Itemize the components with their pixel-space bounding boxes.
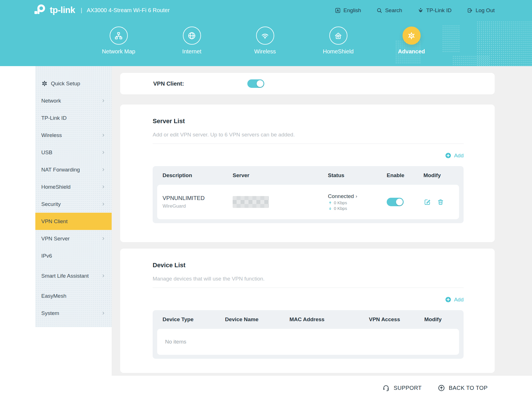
main-nav-tabs: Network MapInternetWirelessHomeShieldAdv… (82, 27, 448, 55)
support-button[interactable]: SUPPORT (382, 384, 421, 392)
server-row: VPNUNLIMITED WireGuard Connected › (157, 185, 459, 219)
column-header: MAC Address (289, 316, 369, 323)
sidebar-item-homeshield[interactable]: HomeShield (35, 178, 112, 195)
server-list-title: Server List (153, 118, 464, 125)
server-protocol: WireGuard (163, 203, 233, 209)
language-icon (335, 7, 341, 14)
toplink-logout[interactable]: Log Out (467, 7, 495, 14)
sidebar-item-smart-life-assistant[interactable]: Smart Life Assistant (35, 264, 112, 287)
sidebar-item-vpn-client[interactable]: VPN Client (35, 213, 112, 230)
toplink-language[interactable]: English (335, 7, 361, 14)
device-table-header: Device TypeDevice NameMAC AddressVPN Acc… (153, 310, 464, 329)
sidebar-item-wireless[interactable]: Wireless (35, 127, 112, 144)
sidebar-item-label: USB (41, 149, 52, 156)
page: tp-link | AX3000 4-Stream Wi-Fi 6 Router… (0, 0, 532, 400)
sidebar-item-security[interactable]: Security (35, 195, 112, 213)
download-rate: 0 Kbps (328, 206, 387, 211)
sidebar-item-quick-setup[interactable]: Quick Setup (35, 75, 112, 92)
sidebar-item-usb[interactable]: USB (35, 144, 112, 161)
server-table-body: VPNUNLIMITED WireGuard Connected › (157, 185, 459, 219)
vpn-client-toggle[interactable] (247, 79, 264, 88)
chevron-right-icon (101, 133, 105, 137)
column-header: Enable (387, 172, 423, 179)
tab-wireless[interactable]: Wireless (228, 27, 302, 55)
vpn-client-toggle-card: VPN Client: (120, 73, 495, 94)
add-server-label: Add (454, 153, 464, 159)
add-icon (445, 152, 451, 159)
router-model-title: AX3000 4-Stream Wi-Fi 6 Router (87, 7, 170, 14)
column-header: Device Type (163, 316, 225, 323)
sidebar-item-label: Network (41, 97, 61, 104)
sidebar-item-network[interactable]: Network (35, 92, 112, 109)
edit-icon[interactable] (423, 198, 431, 206)
column-header: Device Name (225, 316, 289, 323)
toplink-search[interactable]: Search (376, 7, 402, 14)
sidebar-item-system[interactable]: System (35, 305, 112, 322)
chevron-right-icon (101, 99, 105, 103)
tplink-logo-icon (33, 4, 46, 17)
tab-label: Network Map (102, 48, 135, 55)
back-to-top-icon (438, 384, 445, 392)
sidebar-item-easymesh[interactable]: EasyMesh (35, 287, 112, 305)
tab-circle (256, 27, 274, 45)
sidebar-item-label: EasyMesh (41, 293, 66, 299)
tab-internet[interactable]: Internet (155, 27, 228, 55)
download-arrow-icon (328, 206, 332, 211)
sidebar-item-nat-forwarding[interactable]: NAT Forwarding (35, 161, 112, 178)
device-list-subtitle: Manage devices that will use the VPN fun… (153, 276, 464, 282)
back-to-top-label: BACK TO TOP (449, 385, 488, 391)
upload-rate: 0 Kbps (328, 200, 387, 205)
column-header: Description (163, 172, 233, 179)
upload-rate-value: 0 Kbps (334, 200, 347, 205)
server-description: VPNUNLIMITED (163, 195, 233, 201)
toplink-tplink-id[interactable]: TP-Link ID (418, 7, 452, 14)
advanced-icon (407, 31, 416, 40)
support-label: SUPPORT (393, 385, 421, 391)
homeshield-icon (334, 31, 343, 40)
back-to-top-button[interactable]: BACK TO TOP (438, 384, 488, 392)
add-device-button[interactable]: Add (445, 296, 464, 303)
chevron-right-icon (101, 150, 105, 155)
upload-arrow-icon (328, 201, 332, 205)
server-description-cell: VPNUNLIMITED WireGuard (163, 195, 233, 209)
chevron-right-icon (101, 168, 105, 172)
sidebar-item-label: HomeShield (41, 184, 71, 190)
server-status-cell: Connected › 0 Kbps 0 Kbps (328, 185, 387, 219)
main-content: VPN Client: Server List Add or edit VPN … (112, 66, 532, 376)
chevron-right-small: › (356, 194, 357, 199)
tab-circle (403, 27, 421, 45)
sidebar-item-tplink-id[interactable]: TP-Link ID (35, 109, 112, 127)
column-header: Server (233, 172, 328, 179)
sidebar-item-label: TP-Link ID (41, 115, 67, 121)
sidebar-item-label: Quick Setup (51, 80, 80, 87)
sidebar-item-label: IPv6 (41, 253, 52, 259)
add-server-button[interactable]: Add (445, 152, 464, 159)
device-add-row: Add (153, 296, 464, 303)
top-links: EnglishSearchTP-Link IDLog Out (335, 0, 495, 21)
tab-network-map[interactable]: Network Map (82, 27, 155, 55)
tab-label: HomeShield (323, 48, 354, 55)
sidebar-item-label: Smart Life Assistant (41, 273, 89, 279)
server-address-redacted (233, 196, 269, 208)
server-list-subtitle: Add or edit VPN server. Up to 6 VPN serv… (153, 132, 464, 138)
quick-setup-icon (41, 80, 48, 87)
divider (153, 144, 464, 144)
chevron-right-icon (101, 274, 105, 278)
tab-advanced[interactable]: Advanced (375, 27, 448, 55)
tab-homeshield[interactable]: HomeShield (302, 27, 375, 55)
server-list-card: Server List Add or edit VPN server. Up t… (120, 105, 495, 242)
sidebar-item-vpn-server[interactable]: VPN Server (35, 230, 112, 247)
connection-status-link[interactable]: Connected › (328, 193, 387, 199)
delete-icon[interactable] (437, 198, 444, 206)
sidebar-item-label: NAT Forwarding (41, 166, 80, 173)
toggle-knob (396, 199, 403, 205)
server-table: DescriptionServerStatusEnableModify VPNU… (153, 166, 464, 223)
logout-icon (467, 7, 473, 14)
server-enable-toggle[interactable] (387, 198, 404, 206)
download-rate-value: 0 Kbps (334, 206, 347, 211)
tab-label: Wireless (254, 48, 276, 55)
sidebar-item-ipv6[interactable]: IPv6 (35, 247, 112, 264)
sidebar-item-label: Security (41, 201, 61, 208)
search-icon (376, 7, 382, 14)
column-header: Status (328, 172, 387, 179)
